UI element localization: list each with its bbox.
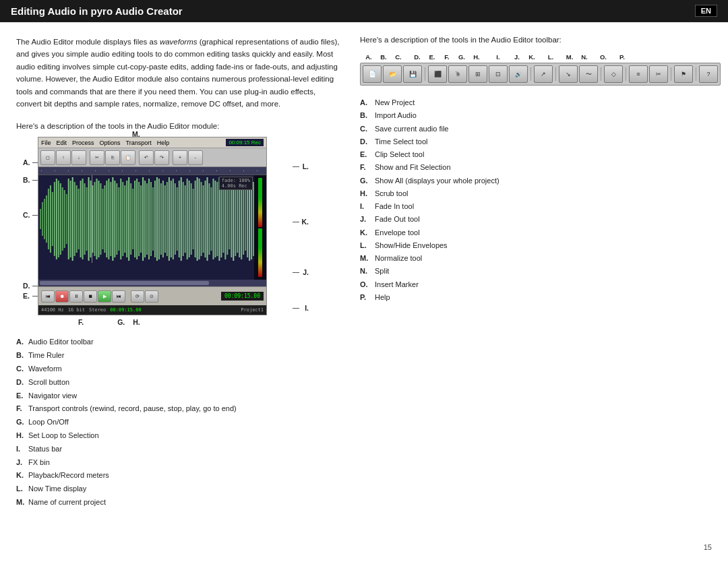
tb-btn-L[interactable]: ◇ (604, 65, 623, 83)
loop-group: ⟳ ⊙ (131, 290, 158, 303)
svg-rect-4 (46, 195, 47, 243)
letter-C: C. (16, 363, 26, 376)
tl-M: M. (562, 53, 577, 61)
svg-rect-68 (175, 183, 176, 255)
tb-btn-M[interactable]: ≡ (629, 65, 648, 83)
tb-btn-A[interactable]: 📄 (363, 65, 382, 83)
ss-navigator: ⏮ ⏺ ⏸ ⏹ ▶ ⏭ ⟳ ⊙ 00:09:15.00 (38, 286, 266, 305)
tb-btn-O[interactable]: ⚑ (674, 65, 693, 83)
desc-letter-C: C. (360, 123, 372, 135)
svg-rect-10 (58, 181, 59, 257)
svg-rect-34 (106, 181, 107, 257)
label-item-I: I. Status bar (16, 443, 340, 456)
label-text-L: Now Time display (28, 482, 86, 496)
desc-letter-L: L. (360, 239, 372, 252)
svg-rect-28 (94, 182, 96, 256)
desc-C: C. Save current audio file (360, 123, 690, 135)
label-item-D: D. Scroll button (16, 376, 340, 389)
svg-rect-31 (100, 183, 101, 255)
desc-text-K: Envelope tool (375, 226, 420, 239)
tb-sep-4 (601, 67, 601, 81)
btn-play: ▶ (98, 290, 111, 303)
label-text-A: Audio Editor toolbar (28, 336, 94, 349)
label-item-A: A. Audio Editor toolbar (16, 336, 340, 349)
desc-A: A. New Project (360, 96, 690, 109)
svg-rect-62 (162, 181, 164, 257)
svg-rect-5 (48, 189, 49, 249)
menu-transport: Transport (126, 139, 152, 146)
tb-btn-B[interactable]: 📂 (383, 65, 402, 83)
tb-btn-E[interactable]: 🖱 (448, 65, 467, 83)
tb-btn-I[interactable]: ↗ (534, 65, 553, 83)
svg-rect-11 (60, 183, 61, 255)
desc-G: G. Show All (displays your whole project… (360, 175, 690, 187)
tl-E: E. (425, 53, 439, 61)
svg-rect-70 (179, 181, 180, 257)
svg-rect-64 (166, 182, 168, 256)
svg-rect-104 (247, 181, 248, 257)
svg-rect-40 (118, 187, 119, 251)
svg-rect-71 (181, 177, 182, 261)
desc-text-A: New Project (375, 96, 415, 109)
svg-rect-61 (160, 183, 162, 255)
label-text-H: Set Loop to Selection (28, 429, 99, 443)
meter-left (258, 178, 262, 227)
page-number: 15 (704, 543, 712, 551)
svg-rect-56 (150, 182, 152, 256)
svg-rect-13 (64, 190, 65, 248)
ss-waveform-area: fade: 100%4.00s Rec (38, 175, 266, 280)
menu-help: Help (157, 139, 170, 146)
svg-rect-101 (241, 179, 242, 259)
tb-btn-H[interactable]: 🔊 (509, 65, 528, 83)
svg-rect-54 (146, 183, 148, 255)
letter-L: L. (16, 482, 26, 496)
desc-letter-O: O. (360, 278, 372, 291)
label-D: D. (23, 282, 30, 290)
svg-rect-83 (205, 181, 206, 257)
svg-rect-96 (231, 181, 232, 257)
tb-btn-F[interactable]: ⊞ (468, 65, 487, 83)
svg-rect-59 (156, 177, 158, 261)
tb-btn-K[interactable]: 〜 (579, 65, 598, 83)
ss-statusbar: 44100 Hz 16 bit Stereo 00:09:15.00 Proje… (38, 305, 266, 315)
tb-btn-P[interactable]: ? (699, 65, 718, 83)
desc-M: M. Normalize tool (360, 252, 690, 265)
svg-rect-53 (144, 181, 146, 257)
svg-rect-55 (148, 179, 150, 259)
status-stereo: Stereo (89, 307, 106, 313)
ss-btn-group-1: ◻ ↑ ↓ (40, 150, 86, 165)
svg-rect-88 (214, 181, 216, 257)
ss-btn-open: ↑ (56, 150, 71, 165)
screenshot-mockup: File Edit Process Options Transport Help… (38, 137, 267, 315)
menu-options: Options (100, 139, 121, 146)
desc-J: J. Fade Out tool (360, 213, 690, 226)
desc-O: O. Insert Marker (360, 278, 690, 291)
btn-stop: ⏹ (84, 290, 97, 303)
label-text-G: Loop On/Off (28, 416, 69, 429)
tb-btn-J[interactable]: ↘ (559, 65, 578, 83)
tb-sep-3 (555, 67, 556, 81)
left-column: The Audio Editor module displays files a… (16, 36, 340, 509)
desc-B: B. Import Audio (360, 109, 690, 122)
language-badge: EN (695, 5, 717, 17)
time-readout: 00:09:15.00 (221, 292, 264, 301)
status-sample: 44100 Hz (41, 307, 64, 313)
svg-rect-44 (126, 181, 127, 257)
desc-text-E: Clip Select tool (375, 148, 424, 161)
tl-P: P. (615, 53, 630, 61)
desc-text-I: Fade In tool (375, 200, 414, 213)
svg-rect-2 (42, 202, 43, 236)
desc-N: N. Split (360, 265, 690, 278)
desc-letter-G: G. (360, 175, 372, 187)
tb-btn-C[interactable]: 💾 (403, 65, 422, 83)
desc-D: D. Time Select tool (360, 135, 690, 148)
tb-btn-N[interactable]: ✂ (649, 65, 668, 83)
ss-btn-group-4: + - (173, 150, 203, 165)
tb-sep-5 (626, 67, 626, 81)
tb-btn-G[interactable]: ⊡ (489, 65, 508, 83)
meter-right (258, 228, 262, 278)
tb-sep-7 (696, 67, 696, 81)
tb-btn-D[interactable]: ⬛ (428, 65, 447, 83)
desc-L: L. Show/Hide Envelopes (360, 239, 690, 252)
svg-rect-67 (173, 179, 174, 259)
